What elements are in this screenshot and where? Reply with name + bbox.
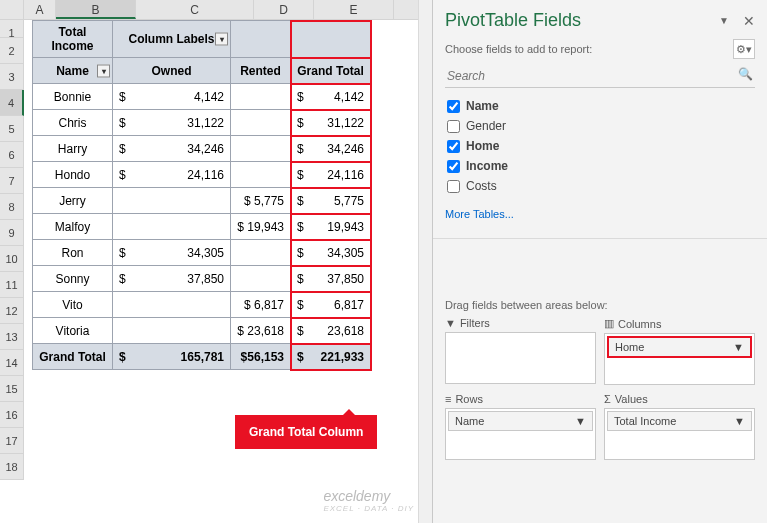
pivot-owned-cell[interactable]: $4,142 — [113, 84, 231, 110]
pivot-column-labels[interactable]: Column Labels — [113, 21, 231, 58]
pivot-name-cell[interactable]: Sonny — [33, 266, 113, 292]
pivot-rented-cell[interactable] — [231, 110, 291, 136]
pivot-name-header[interactable]: Name — [33, 58, 113, 84]
row-header-16[interactable]: 16 — [0, 402, 24, 428]
row-header-15[interactable]: 15 — [0, 376, 24, 402]
pivot-name-cell[interactable]: Chris — [33, 110, 113, 136]
field-gender[interactable]: Gender — [445, 116, 755, 136]
row-header-18[interactable]: 18 — [0, 454, 24, 480]
col-header-c[interactable]: C — [136, 0, 254, 19]
pivot-rented-cell[interactable]: $ 6,817 — [231, 292, 291, 318]
field-checkbox[interactable] — [447, 100, 460, 113]
pivot-owned-cell[interactable]: $31,122 — [113, 110, 231, 136]
field-home[interactable]: Home — [445, 136, 755, 156]
dropdown-icon[interactable] — [215, 33, 228, 46]
pivot-owned-cell[interactable]: $37,850 — [113, 266, 231, 292]
pivot-name-cell[interactable]: Hondo — [33, 162, 113, 188]
filters-area[interactable] — [445, 332, 596, 384]
gt-rented[interactable]: $56,153 — [231, 344, 291, 370]
pivot-name-cell[interactable]: Ron — [33, 240, 113, 266]
pivot-corner[interactable]: Total Income — [33, 21, 113, 58]
pivot-owned-header[interactable]: Owned — [113, 58, 231, 84]
row-header-1[interactable]: 1 — [0, 20, 24, 38]
gt-grand[interactable]: $221,933 — [291, 344, 371, 370]
gt-owned[interactable]: $165,781 — [113, 344, 231, 370]
field-income[interactable]: Income — [445, 156, 755, 176]
pivot-rented-cell[interactable] — [231, 266, 291, 292]
field-checkbox[interactable] — [447, 140, 460, 153]
col-header-d[interactable]: D — [254, 0, 314, 19]
close-icon[interactable]: ✕ — [743, 13, 755, 29]
pivot-gt-cell[interactable]: $24,116 — [291, 162, 371, 188]
row-header-9[interactable]: 9 — [0, 220, 24, 246]
pivot-rented-cell[interactable] — [231, 240, 291, 266]
pivot-gt-cell[interactable]: $34,305 — [291, 240, 371, 266]
pivot-owned-cell[interactable] — [113, 292, 231, 318]
row-header-6[interactable]: 6 — [0, 142, 24, 168]
pivot-gt-cell[interactable]: $37,850 — [291, 266, 371, 292]
row-header-13[interactable]: 13 — [0, 324, 24, 350]
pivot-name-cell[interactable]: Malfoy — [33, 214, 113, 240]
pivot-rented-header[interactable]: Rented — [231, 58, 291, 84]
pivot-gt-cell[interactable]: $5,775 — [291, 188, 371, 214]
pivot-name-cell[interactable]: Harry — [33, 136, 113, 162]
gt-row-label[interactable]: Grand Total — [33, 344, 113, 370]
field-name[interactable]: Name — [445, 96, 755, 116]
row-header-7[interactable]: 7 — [0, 168, 24, 194]
pivot-rented-cell[interactable] — [231, 84, 291, 110]
values-area[interactable]: Total Income▼ — [604, 408, 755, 460]
columns-area[interactable]: Home▼ — [604, 333, 755, 385]
values-area-item-income[interactable]: Total Income▼ — [607, 411, 752, 431]
col-header-b[interactable]: B — [56, 0, 136, 19]
pivot-gt-cell[interactable]: $6,817 — [291, 292, 371, 318]
pane-dropdown-icon[interactable]: ▼ — [719, 15, 729, 26]
row-header-14[interactable]: 14 — [0, 350, 24, 376]
row-header-5[interactable]: 5 — [0, 116, 24, 142]
more-tables-link[interactable]: More Tables... — [445, 208, 755, 220]
pivot-name-cell[interactable]: Jerry — [33, 188, 113, 214]
columns-area-item-home[interactable]: Home▼ — [607, 336, 752, 358]
pivot-name-cell[interactable]: Vito — [33, 292, 113, 318]
pivot-owned-cell[interactable]: $34,305 — [113, 240, 231, 266]
row-header-4[interactable]: 4 — [0, 90, 24, 116]
pivot-gt-cell[interactable]: $19,943 — [291, 214, 371, 240]
pivot-gt-cell[interactable]: $31,122 — [291, 110, 371, 136]
pivot-gt-cell[interactable]: $23,618 — [291, 318, 371, 344]
row-header-10[interactable]: 10 — [0, 246, 24, 272]
row-header-8[interactable]: 8 — [0, 194, 24, 220]
pivot-owned-cell[interactable]: $34,246 — [113, 136, 231, 162]
rows-area[interactable]: Name▼ — [445, 408, 596, 460]
pivot-name-cell[interactable]: Bonnie — [33, 84, 113, 110]
select-all-corner[interactable] — [0, 0, 24, 19]
col-header-a[interactable]: A — [24, 0, 56, 19]
pivot-rented-cell[interactable]: $ 19,943 — [231, 214, 291, 240]
col-header-e[interactable]: E — [314, 0, 394, 19]
pivot-rented-cell[interactable]: $ 23,618 — [231, 318, 291, 344]
field-checkbox[interactable] — [447, 120, 460, 133]
pivot-rented-cell[interactable] — [231, 136, 291, 162]
pivot-owned-cell[interactable] — [113, 214, 231, 240]
vertical-scrollbar[interactable] — [418, 0, 432, 523]
row-header-12[interactable]: 12 — [0, 298, 24, 324]
row-header-11[interactable]: 11 — [0, 272, 24, 298]
gear-icon[interactable]: ⚙▾ — [733, 39, 755, 59]
search-input[interactable] — [445, 65, 755, 88]
pivot-owned-cell[interactable] — [113, 188, 231, 214]
rows-area-item-name[interactable]: Name▼ — [448, 411, 593, 431]
row-header-17[interactable]: 17 — [0, 428, 24, 454]
field-checkbox[interactable] — [447, 180, 460, 193]
pivot-grandtotal-header[interactable]: Grand Total — [291, 58, 371, 84]
pivot-rented-cell[interactable]: $ 5,775 — [231, 188, 291, 214]
field-checkbox[interactable] — [447, 160, 460, 173]
pivot-gt-cell[interactable]: $34,246 — [291, 136, 371, 162]
pivot-rented-cell[interactable] — [231, 162, 291, 188]
pivot-owned-cell[interactable] — [113, 318, 231, 344]
pivot-owned-cell[interactable]: $24,116 — [113, 162, 231, 188]
row-header-2[interactable]: 2 — [0, 38, 24, 64]
pivot-gt-cell[interactable]: $4,142 — [291, 84, 371, 110]
row-header-3[interactable]: 3 — [0, 64, 24, 90]
dropdown-icon[interactable] — [97, 64, 110, 77]
pivot-name-cell[interactable]: Vitoria — [33, 318, 113, 344]
field-list: NameGenderHomeIncomeCosts — [445, 96, 755, 196]
field-costs[interactable]: Costs — [445, 176, 755, 196]
